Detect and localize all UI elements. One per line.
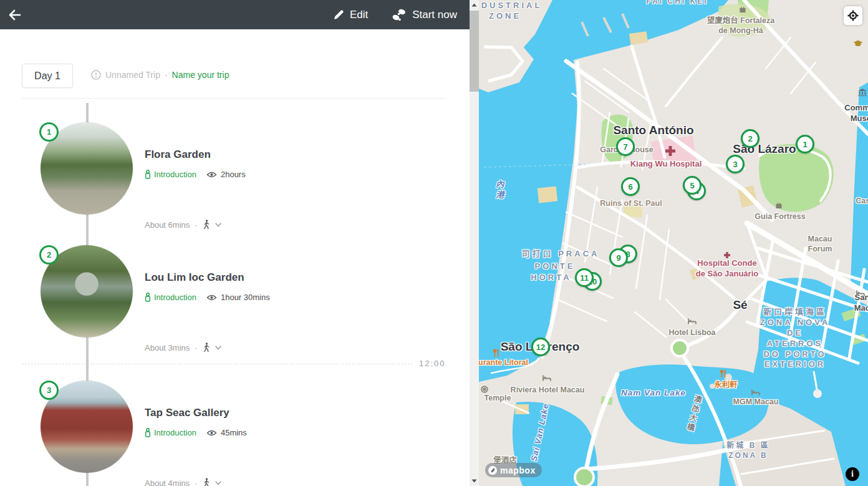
guide-icon [145, 170, 151, 179]
transit-separator: · [195, 343, 197, 352]
itinerary-panel: Edit Start now Day 1 [0, 0, 470, 486]
mapbox-logo[interactable]: mapbox [485, 463, 542, 477]
marker-number: 6 [628, 182, 632, 192]
marker-number: 12 [536, 343, 545, 352]
map-marker-11[interactable]: 11 [575, 268, 594, 287]
introduction-link[interactable]: Introduction [145, 170, 196, 179]
arrow-left-icon [7, 9, 21, 21]
introduction-link[interactable]: Introduction [145, 293, 196, 302]
eye-icon [206, 294, 217, 301]
back-button[interactable] [0, 0, 29, 29]
walking-icon [203, 478, 210, 486]
marker-number: 2 [748, 134, 752, 143]
visit-duration: 1hour 30mins [206, 293, 270, 302]
introduction-link[interactable]: Introduction [145, 428, 196, 437]
marker-number: 7 [623, 142, 627, 152]
stop-number: 1 [47, 127, 51, 137]
walking-icon [203, 220, 210, 230]
transit-row[interactable]: About 6mins · [145, 220, 221, 230]
map-marker-3[interactable]: 3 [726, 155, 745, 173]
scroll-up-icon [471, 3, 477, 7]
itinerary-item-1: 1 Flora Garden Introduction 2hours [0, 122, 470, 241]
day-tab-label: Day 1 [34, 70, 60, 82]
trip-name-row: Unnamed Trip · Name your trip [91, 70, 229, 80]
mapbox-wordmark: mapbox [500, 465, 536, 475]
vertical-scrollbar[interactable] [470, 0, 479, 486]
duration-label: 45mins [221, 428, 247, 437]
eye-icon [206, 171, 217, 178]
geolocate-target-icon [847, 10, 859, 21]
edit-button[interactable]: Edit [334, 9, 368, 21]
map-base-layer [479, 0, 868, 486]
time-separator-line [22, 364, 413, 364]
scrollbar-thumb[interactable] [470, 11, 479, 92]
place-meta-row: Introduction 1hour 30mins [145, 293, 270, 302]
place-title[interactable]: Flora Garden [145, 148, 211, 161]
introduction-label: Introduction [154, 293, 196, 302]
guide-icon [145, 428, 151, 437]
marker-number: 1 [803, 140, 807, 149]
trip-planner-app: Edit Start now Day 1 [0, 0, 868, 486]
pencil-icon [334, 9, 344, 20]
place-title[interactable]: Lou Lim Ioc Garden [145, 271, 244, 284]
stop-number: 3 [47, 386, 51, 395]
map-marker-6[interactable]: 6 [621, 177, 640, 196]
eye-icon [206, 429, 217, 437]
transit-row[interactable]: About 4mins · [145, 478, 221, 486]
visit-duration: 2hours [206, 170, 246, 179]
map-canvas[interactable]: INDUSTRIAL ZONE FAI CHI KEI 望廈炮台 Fortale… [479, 0, 868, 486]
transit-separator: · [195, 479, 197, 486]
marker-number: 9 [616, 253, 620, 263]
attribution-info-button[interactable]: i [846, 467, 859, 481]
tab-day-1[interactable]: Day 1 [22, 64, 73, 88]
visit-duration: 45mins [206, 428, 247, 437]
chevron-down-icon [215, 481, 221, 485]
scroll-up-button[interactable] [470, 0, 479, 10]
topbar-actions: Edit Start now [334, 9, 457, 21]
place-meta-row: Introduction 45mins [145, 428, 247, 437]
map-marker-5[interactable]: 5 [683, 176, 702, 195]
guide-icon [145, 293, 151, 302]
stop-number-badge: 2 [39, 245, 59, 265]
transit-separator: · [195, 220, 197, 230]
stop-number-badge: 1 [39, 122, 59, 142]
transit-time-label: About 3mins [145, 343, 190, 352]
header-divider [22, 98, 446, 99]
trip-separator: · [165, 70, 168, 80]
map-marker-1[interactable]: 1 [796, 135, 814, 153]
stop-number-badge: 3 [39, 381, 59, 400]
edit-button-label: Edit [350, 9, 368, 21]
map-marker-7[interactable]: 7 [616, 137, 635, 156]
trip-unnamed-label: Unnamed Trip [105, 70, 160, 80]
time-marker: 12:00 [419, 359, 446, 368]
marker-number: 5 [690, 181, 694, 190]
scroll-down-icon [471, 479, 477, 483]
transit-time-label: About 6mins [145, 220, 190, 230]
transit-time-label: About 4mins [145, 479, 190, 486]
itinerary-item-3: 3 Tap Seac Gallery Introduction 45mins [0, 381, 470, 486]
info-label: i [851, 469, 854, 479]
alert-circle-icon [91, 70, 101, 80]
chevron-down-icon [215, 223, 221, 227]
itinerary-item-2: 2 Lou Lim Ioc Garden Introduction 1hour … [0, 245, 470, 364]
start-now-button[interactable]: Start now [392, 9, 457, 21]
mapbox-icon [488, 465, 498, 475]
top-bar: Edit Start now [0, 0, 470, 29]
map-marker-9[interactable]: 9 [609, 248, 628, 267]
map-marker-2[interactable]: 2 [741, 129, 760, 148]
transit-row[interactable]: About 3mins · [145, 343, 221, 352]
name-your-trip-link[interactable]: Name your trip [172, 70, 229, 80]
place-meta-row: Introduction 2hours [145, 170, 246, 179]
duration-label: 1hour 30mins [221, 293, 270, 302]
duration-label: 2hours [221, 170, 246, 179]
marker-number: 11 [580, 273, 589, 283]
place-title[interactable]: Tap Seac Gallery [145, 407, 229, 419]
geolocate-button[interactable] [844, 6, 862, 25]
scroll-down-button[interactable] [470, 476, 479, 486]
introduction-label: Introduction [154, 170, 196, 179]
chevron-down-icon [215, 346, 221, 350]
map-marker-12[interactable]: 12 [531, 338, 550, 356]
start-now-label: Start now [412, 9, 457, 21]
stop-number: 2 [47, 250, 51, 260]
marker-number: 3 [733, 160, 737, 169]
